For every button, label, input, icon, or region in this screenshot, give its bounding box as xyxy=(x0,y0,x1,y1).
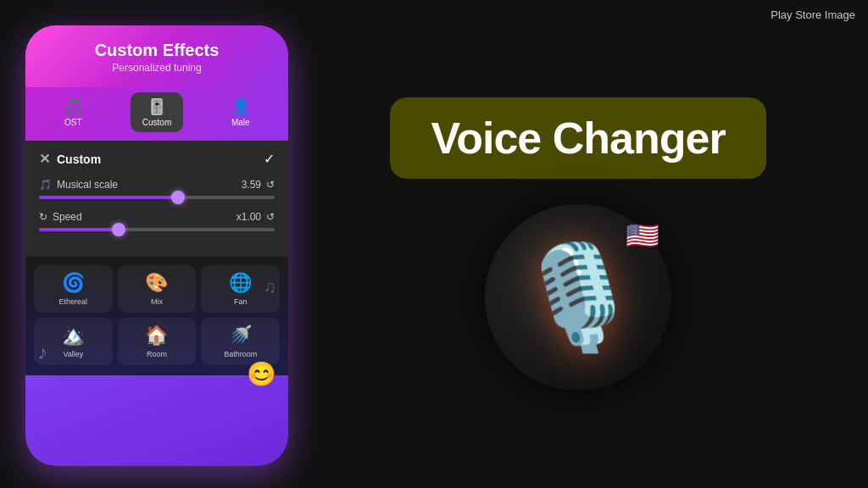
tab-row: 🎵 OST 🎚️ Custom 👤 Male xyxy=(25,87,288,141)
speed-track[interactable] xyxy=(39,228,275,231)
effect-mix[interactable]: 🎨 Mix xyxy=(118,265,197,313)
custom-icon: 🎚️ xyxy=(147,97,166,116)
mix-icon: 🎨 xyxy=(145,272,168,294)
speed-thumb[interactable] xyxy=(112,223,125,236)
voice-changer-title: Voice Changer xyxy=(431,113,725,164)
ethereal-label: Ethereal xyxy=(59,297,88,306)
effect-bathroom[interactable]: 🚿 Bathroom xyxy=(201,318,280,365)
panel-header: ✕ Custom ✓ xyxy=(39,151,275,167)
music-note-right: ♫ xyxy=(264,277,276,297)
male-icon: 👤 xyxy=(231,97,250,116)
effects-grid-row2: 🏔️ Valley 🏠 Room 🚿 Bathroom xyxy=(34,318,280,365)
musical-scale-icon: 🎵 xyxy=(39,179,52,191)
musical-scale-label-row: 🎵 Musical scale 3.59 ↺ xyxy=(39,179,275,191)
voice-changer-banner: Voice Changer xyxy=(390,97,765,179)
panel-header-left: ✕ Custom xyxy=(39,151,101,167)
musical-scale-slider-row: 🎵 Musical scale 3.59 ↺ xyxy=(39,179,275,199)
speed-fill xyxy=(39,228,121,231)
musical-scale-fill xyxy=(39,196,181,199)
speed-value: x1.00 xyxy=(236,211,261,223)
effects-grid-row1: 🌀 Ethereal 🎨 Mix 🌐 Fan xyxy=(34,265,280,313)
phone-header: Custom Effects Personalized tuning xyxy=(25,25,288,87)
phone-mockup: Custom Effects Personalized tuning 🎵 OST… xyxy=(25,25,288,466)
custom-label: Custom xyxy=(142,118,171,127)
right-area: Voice Changer 🎙️ 🇺🇸 xyxy=(288,0,868,488)
speed-slider-row: ↻ Speed x1.00 ↺ xyxy=(39,211,275,231)
music-note-left: ♪ xyxy=(37,341,47,364)
microphone-icon: 🎙️ xyxy=(515,238,642,358)
effect-room[interactable]: 🏠 Room xyxy=(118,318,197,365)
mix-label: Mix xyxy=(151,297,163,306)
speed-value-row: x1.00 ↺ xyxy=(236,211,275,223)
room-label: Room xyxy=(147,350,167,358)
panel-close-button[interactable]: ✕ xyxy=(39,151,50,167)
panel-confirm-button[interactable]: ✓ xyxy=(264,151,275,167)
mic-circle: 🎙️ 🇺🇸 xyxy=(485,204,671,391)
valley-icon: 🏔️ xyxy=(62,324,85,347)
fan-label: Fan xyxy=(234,297,248,306)
musical-scale-label: 🎵 Musical scale xyxy=(39,179,118,191)
bathroom-label: Bathroom xyxy=(224,350,257,358)
musical-scale-value: 3.59 xyxy=(242,179,261,191)
speed-text: Speed xyxy=(53,211,82,223)
custom-effects-title: Custom Effects xyxy=(42,41,271,60)
speed-icon: ↻ xyxy=(39,211,47,223)
floating-emoji: 😊 xyxy=(247,360,276,388)
valley-label: Valley xyxy=(63,350,83,358)
tab-custom[interactable]: 🎚️ Custom xyxy=(131,92,183,132)
effects-grid-bg: 🌀 Ethereal 🎨 Mix 🌐 Fan 🏔️ Valley xyxy=(25,257,288,375)
bathroom-icon: 🚿 xyxy=(229,324,252,347)
tab-ost[interactable]: 🎵 OST xyxy=(52,92,94,132)
musical-scale-reset[interactable]: ↺ xyxy=(266,179,275,191)
fan-icon: 🌐 xyxy=(229,272,252,294)
ost-label: OST xyxy=(64,118,82,127)
musical-scale-track[interactable] xyxy=(39,196,275,199)
custom-effects-subtitle: Personalized tuning xyxy=(42,62,271,74)
ost-icon: 🎵 xyxy=(64,97,82,116)
custom-panel: ✕ Custom ✓ 🎵 Musical scale 3.59 ↺ xyxy=(25,141,288,257)
phone-shell: Custom Effects Personalized tuning 🎵 OST… xyxy=(25,25,288,466)
ethereal-icon: 🌀 xyxy=(62,272,85,294)
musical-scale-text: Musical scale xyxy=(57,179,118,191)
speed-label-row: ↻ Speed x1.00 ↺ xyxy=(39,211,275,223)
flag-badge: 🇺🇸 xyxy=(626,219,659,252)
tab-male[interactable]: 👤 Male xyxy=(220,92,262,132)
panel-title: Custom xyxy=(57,152,101,166)
room-icon: 🏠 xyxy=(145,324,168,347)
effect-ethereal[interactable]: 🌀 Ethereal xyxy=(34,265,113,313)
musical-scale-thumb[interactable] xyxy=(171,191,185,204)
speed-label: ↻ Speed xyxy=(39,211,82,223)
musical-scale-value-row: 3.59 ↺ xyxy=(242,179,275,191)
male-label: Male xyxy=(231,118,250,127)
speed-reset[interactable]: ↺ xyxy=(266,211,275,223)
